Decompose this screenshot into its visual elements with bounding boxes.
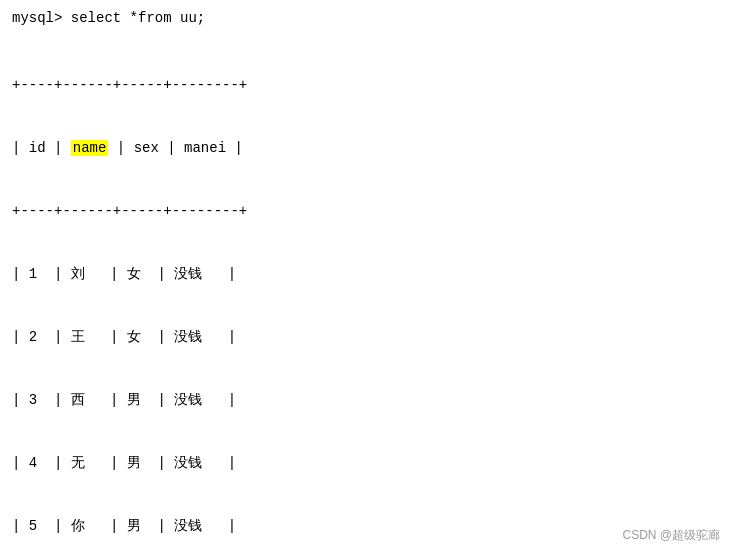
table1-row-3: | 4 | 无 | 男 | 没钱 | bbox=[12, 453, 724, 474]
table1-row-2: | 3 | 西 | 男 | 没钱 | bbox=[12, 390, 724, 411]
branding-text: CSDN @超级驼廊 bbox=[622, 527, 720, 544]
query1-line: mysql> select *from uu; bbox=[12, 8, 724, 29]
prompt1: mysql> bbox=[12, 10, 71, 26]
table1-row-0: | 1 | 刘 | 女 | 没钱 | bbox=[12, 264, 724, 285]
table1-header-pre: | id | bbox=[12, 140, 71, 156]
table1-border-mid: +----+------+-----+--------+ bbox=[12, 201, 724, 222]
table1-header-post: | sex | manei | bbox=[108, 140, 242, 156]
table1-border-top: +----+------+-----+--------+ bbox=[12, 75, 724, 96]
table1-row-1: | 2 | 王 | 女 | 没钱 | bbox=[12, 327, 724, 348]
table1: +----+------+-----+--------+ | id | name… bbox=[12, 33, 724, 556]
table1-header: | id | name | sex | manei | bbox=[12, 138, 724, 159]
terminal-container: mysql> select *from uu; +----+------+---… bbox=[12, 8, 724, 556]
section-query1: mysql> select *from uu; bbox=[12, 8, 724, 29]
table1-row-4: | 5 | 你 | 男 | 没钱 | bbox=[12, 516, 724, 537]
table1-header-name: name bbox=[71, 140, 109, 156]
query1-text: select *from uu; bbox=[71, 10, 205, 26]
